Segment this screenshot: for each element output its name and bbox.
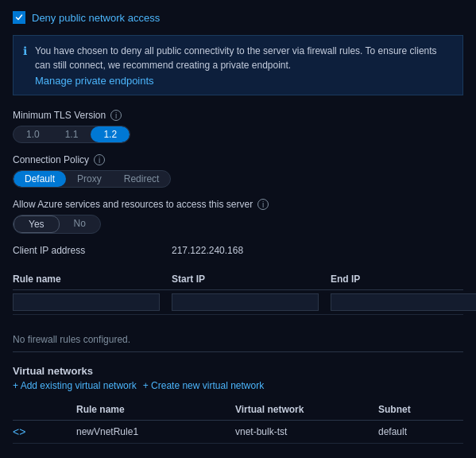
vnet-col-subnet: Subnet (378, 404, 474, 415)
azure-services-info-icon[interactable]: i (257, 199, 269, 210)
rule-name-input[interactable] (13, 293, 160, 311)
virtual-networks-section: Virtual networks + Add existing virtual … (13, 365, 463, 444)
deny-checkbox-label: Deny public network access (32, 12, 160, 24)
azure-services-label: Allow Azure services and resources to ac… (13, 199, 253, 210)
vnet-table-header: Rule name Virtual network Subnet (13, 399, 463, 421)
tls-label-row: Minimum TLS Version i (13, 110, 463, 121)
connection-policy-info-icon[interactable]: i (94, 154, 105, 165)
no-rules-text: No firewall rules configured. (13, 328, 463, 352)
create-new-vnet-link[interactable]: + Create new virtual network (143, 380, 264, 391)
vnet-virtual-network: vnet-bulk-tst (235, 426, 378, 437)
col-start-ip: Start IP (172, 274, 331, 285)
info-banner-text: You have chosen to deny all public conne… (35, 45, 437, 71)
azure-services-yes[interactable]: Yes (14, 215, 60, 233)
info-banner: ℹ You have chosen to deny all public con… (13, 35, 463, 95)
vnet-rule-name: newVnetRule1 (76, 426, 235, 437)
info-banner-content: You have chosen to deny all public conne… (35, 44, 453, 87)
client-ip-value: 217.122.240.168 (172, 245, 243, 256)
tls-option-10[interactable]: 1.0 (14, 126, 52, 142)
tls-option-11[interactable]: 1.1 (52, 126, 91, 142)
firewall-table-header: Rule name Start IP End IP (13, 269, 463, 290)
policy-default[interactable]: Default (14, 171, 66, 187)
vnet-col-virtual-network: Virtual network (235, 404, 378, 415)
vnet-subnet: default (378, 426, 474, 437)
azure-services-no[interactable]: No (60, 215, 100, 233)
firewall-input-row (13, 290, 463, 315)
col-end-ip: End IP (331, 274, 458, 285)
connection-policy-toggle-group: Default Proxy Redirect (13, 170, 171, 188)
tls-option-12[interactable]: 1.2 (91, 126, 130, 142)
policy-proxy[interactable]: Proxy (66, 171, 113, 187)
client-ip-label: Client IP address (13, 245, 172, 256)
tls-info-icon[interactable]: i (110, 110, 122, 121)
azure-services-label-row: Allow Azure services and resources to ac… (13, 199, 463, 210)
connection-policy-label: Connection Policy (13, 154, 89, 165)
vnet-links-row: + Add existing virtual network + Create … (13, 380, 463, 391)
vnet-col-icon (13, 404, 76, 415)
add-existing-vnet-link[interactable]: + Add existing virtual network (13, 380, 137, 391)
start-ip-input[interactable] (172, 293, 319, 311)
info-icon: ℹ (23, 45, 27, 87)
azure-services-toggle-group: Yes No (13, 215, 101, 234)
end-ip-input[interactable] (331, 293, 476, 311)
tls-label: Minimum TLS Version (13, 110, 106, 121)
col-rule-name: Rule name (13, 274, 172, 285)
vnet-col-rule-name: Rule name (76, 404, 235, 415)
deny-checkbox[interactable] (13, 11, 25, 24)
vnet-row-icon: <> (13, 425, 76, 438)
policy-redirect[interactable]: Redirect (113, 171, 171, 187)
deny-public-access-row: Deny public network access (13, 11, 463, 24)
connection-policy-label-row: Connection Policy i (13, 154, 463, 165)
manage-private-endpoints-link[interactable]: Manage private endpoints (35, 75, 453, 87)
tls-toggle-group: 1.0 1.1 1.2 (13, 126, 130, 143)
firewall-table: Rule name Start IP End IP (13, 269, 463, 315)
vnet-title: Virtual networks (13, 365, 463, 377)
client-ip-row: Client IP address 217.122.240.168 (13, 245, 463, 256)
vnet-table-row: <> newVnetRule1 vnet-bulk-tst default (13, 421, 463, 444)
